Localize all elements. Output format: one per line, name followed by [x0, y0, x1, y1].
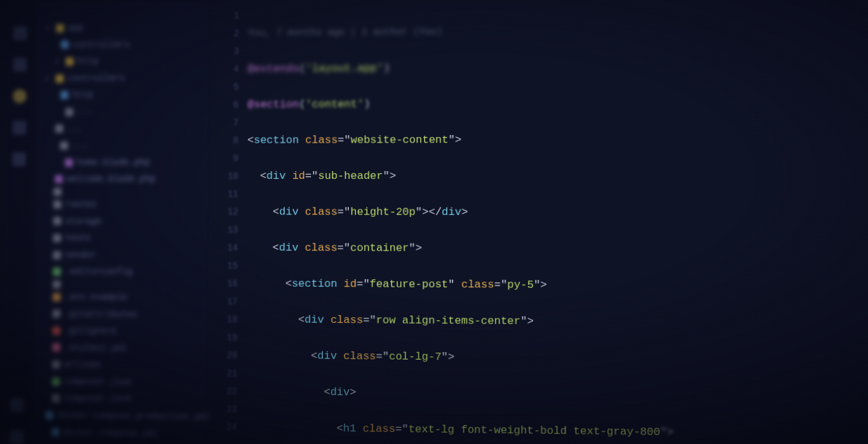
file-icon	[53, 200, 62, 209]
file-icon	[53, 293, 61, 301]
file-icon	[53, 217, 62, 225]
explorer-item-label: composer.json	[63, 373, 132, 391]
line-number: 16	[209, 275, 238, 292]
explorer-item-label: .gitattributes	[64, 306, 138, 323]
explorer-item-label: ...	[72, 137, 88, 154]
explorer-item[interactable]: ...	[42, 103, 205, 121]
explorer-item-label: vendor	[65, 247, 96, 264]
explorer-item[interactable]: ...	[41, 137, 204, 154]
line-number: 12	[209, 203, 239, 221]
explorer-item[interactable]: ▸app	[43, 18, 206, 36]
explorer-item-label: home.blade.php	[77, 154, 150, 171]
file-icon	[52, 360, 60, 369]
explorer-item-label: app	[68, 20, 84, 37]
explorer-item[interactable]: composer.lock	[39, 390, 203, 408]
line-number: 10	[209, 167, 239, 185]
explorer-item-label: .gitignore	[64, 322, 117, 339]
line-number: 17	[209, 292, 238, 311]
explorer-item-label: tests	[65, 230, 91, 247]
explorer-item-label: ...	[77, 103, 93, 121]
line-number: 2	[210, 25, 239, 42]
line-number: 19	[209, 329, 238, 347]
explorer-item[interactable]: ▸controllers	[42, 69, 205, 87]
scm-icon[interactable]	[13, 89, 27, 103]
file-icon	[51, 428, 60, 436]
file-icon	[52, 377, 60, 386]
explorer-item-label: http	[72, 87, 93, 104]
explorer-item[interactable]: http	[42, 86, 205, 104]
file-icon	[61, 41, 69, 49]
line-number: 18	[209, 311, 238, 329]
explorer-item[interactable]: controllers	[43, 36, 206, 53]
explorer-item[interactable]	[41, 188, 204, 196]
explorer-item-label: docker-compose.production.yml	[57, 407, 209, 426]
line-number: 3	[210, 42, 239, 60]
blade-directive: @extends	[247, 63, 299, 75]
explorer-item[interactable]: routes	[41, 196, 204, 213]
line-number-gutter: 123456789101112131415161718192021222324	[208, 4, 248, 444]
file-icon	[53, 268, 61, 276]
search-icon[interactable]	[13, 58, 27, 72]
line-number: 14	[209, 239, 238, 257]
explorer-item[interactable]: storage	[41, 212, 204, 230]
explorer-item[interactable]: home.blade.php	[41, 154, 204, 171]
explorer-item-label: storage	[65, 212, 102, 230]
files-icon[interactable]	[13, 26, 27, 40]
explorer-item[interactable]: ▸http	[42, 53, 205, 70]
file-icon	[52, 327, 60, 335]
explorer-item-label: http	[77, 53, 98, 70]
explorer-item-label: routes	[65, 196, 96, 213]
explorer-item[interactable]	[40, 280, 204, 289]
line-number: 6	[210, 96, 239, 114]
ext-icon[interactable]	[12, 152, 26, 166]
explorer-item[interactable]: composer.json	[39, 373, 203, 391]
explorer-item[interactable]: .gitattributes	[40, 305, 204, 323]
line-number: 15	[209, 257, 238, 275]
explorer-item-label: .styleci.yml	[64, 339, 127, 357]
explorer-item[interactable]: docker-compose.yml	[39, 424, 202, 443]
line-number: 24	[208, 418, 237, 436]
file-icon	[53, 234, 62, 242]
file-icon	[56, 74, 64, 82]
explorer-item[interactable]: docker-compose.production.yml	[39, 407, 203, 426]
file-icon	[53, 280, 61, 289]
explorer-item[interactable]: ...	[41, 120, 204, 137]
gear-icon[interactable]	[10, 430, 24, 444]
explorer-item[interactable]: welcome.blade.php	[41, 171, 204, 188]
file-icon	[65, 159, 73, 167]
account-icon[interactable]	[10, 398, 24, 412]
code-area[interactable]: You, 7 months ago | 1 author (You) @exte…	[246, 0, 788, 444]
explorer-item[interactable]: .gitignore	[40, 322, 204, 341]
line-number: 8	[209, 132, 239, 150]
line-number: 23	[208, 400, 237, 419]
file-icon	[53, 251, 61, 259]
explorer-item-label: .env.example	[64, 289, 127, 306]
line-number: 7	[209, 114, 239, 131]
explorer-item[interactable]: .editorconfig	[41, 263, 204, 281]
explorer-item-label: .editorconfig	[65, 263, 133, 280]
file-icon	[46, 411, 54, 419]
activity-bar[interactable]	[1, 1, 37, 444]
code-editor[interactable]: 123456789101112131415161718192021222324 …	[208, 0, 868, 444]
explorer-item-label: docker-compose.yml	[63, 424, 158, 443]
file-icon	[52, 344, 60, 352]
chevron-icon: ▸	[56, 55, 62, 69]
git-blame-annotation: You, 7 months ago | 1 author (You)	[248, 21, 787, 42]
line-number: 13	[209, 221, 238, 238]
debug-icon[interactable]	[13, 121, 27, 134]
explorer-item[interactable]: artisan	[39, 356, 203, 374]
line-number: 21	[208, 364, 237, 382]
explorer-item[interactable]: .env.example	[40, 289, 204, 306]
explorer-item[interactable]: .styleci.yml	[40, 339, 204, 358]
file-icon	[55, 175, 63, 183]
explorer-item[interactable]: vendor	[41, 247, 204, 264]
line-number: 22	[208, 382, 237, 401]
explorer-item-label: controllers	[67, 70, 125, 87]
file-icon	[65, 58, 74, 66]
file-explorer[interactable]: ▸appcontrollers▸http▸controllershttp....…	[33, 0, 211, 444]
explorer-item-label: artisan	[64, 356, 101, 374]
explorer-item[interactable]: tests	[41, 230, 204, 247]
file-icon	[56, 24, 64, 32]
file-icon	[53, 310, 61, 318]
file-icon	[65, 108, 74, 116]
